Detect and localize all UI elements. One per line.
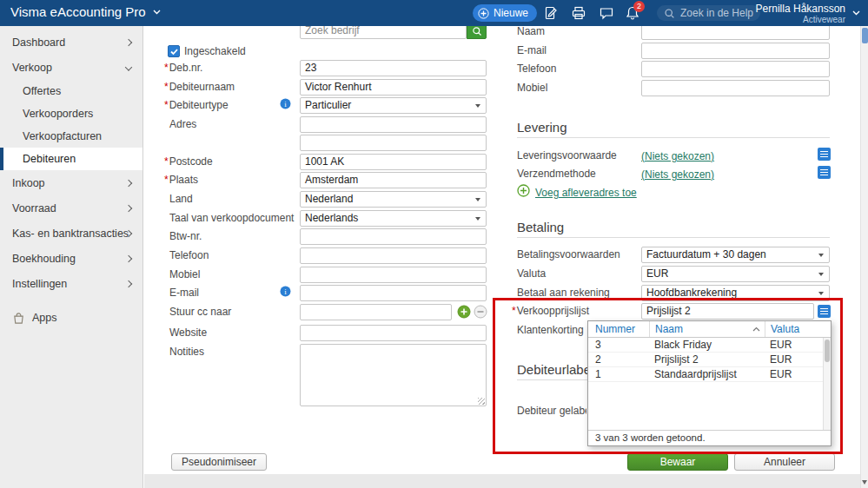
contact-mobiel-input[interactable] [641, 80, 830, 96]
adres-input-2[interactable] [300, 135, 487, 151]
cell-valuta: EUR [765, 339, 815, 351]
betalingsvoorwaarden-select[interactable]: Factuurdatum + 30 dagen [641, 247, 830, 263]
section-divider [517, 237, 830, 238]
pseudonymize-button[interactable]: Pseudonimiseer [171, 453, 267, 471]
verzendmethode-link[interactable]: (Niets gekozen) [641, 168, 714, 181]
bell-icon[interactable]: 2 [622, 4, 643, 22]
contact-email-input[interactable] [641, 43, 830, 59]
telefoon-input[interactable] [300, 247, 487, 264]
cancel-button[interactable]: Annuleer [734, 453, 835, 471]
contact-naam-label: Naam [517, 26, 545, 37]
add-circle-icon[interactable] [457, 305, 471, 319]
enabled-label: Ingeschakeld [184, 46, 246, 57]
debiteurnaam-label: *Debiteurnaam [164, 82, 235, 93]
scrollbar-thumb[interactable] [825, 340, 830, 362]
cc-input[interactable] [300, 304, 452, 320]
page-scrollbar[interactable] [860, 26, 868, 488]
sidebar-item-offertes[interactable]: Offertes [0, 80, 142, 102]
chevron-right-icon [125, 179, 132, 186]
mobiel-input[interactable] [300, 267, 487, 283]
app-title-menu[interactable]: Visma eAccounting Pro [10, 4, 161, 19]
cell-valuta: EUR [765, 353, 815, 366]
valuta-select[interactable]: EUR [641, 266, 830, 282]
lookup-list-icon[interactable] [818, 166, 831, 179]
taal-label: Taal van verkoopdocument [169, 213, 294, 224]
sidebar-item-debiteuren[interactable]: Debiteuren [0, 148, 142, 170]
plaats-input[interactable]: Amsterdam [300, 172, 487, 188]
dropdown-header-row: Nummer Naam Valuta [588, 321, 831, 338]
help-search-input[interactable]: Zoek in de Help [657, 5, 760, 21]
chevron-right-icon [125, 38, 132, 45]
land-select[interactable]: Nederland [300, 191, 487, 208]
email-input[interactable] [300, 285, 487, 301]
app-header: Visma eAccounting Pro Nieuwe 2 Zoek in d… [0, 0, 868, 26]
notities-label: Notities [169, 346, 204, 358]
leveringsvoorwaarde-link[interactable]: (Niets gekozen) [641, 150, 714, 162]
cell-nummer: 1 [588, 368, 649, 380]
new-document-icon[interactable] [540, 4, 561, 22]
contact-telefoon-label: Telefoon [517, 63, 556, 75]
remove-circle-icon[interactable] [474, 305, 487, 319]
dropdown-scrollbar[interactable] [823, 338, 831, 430]
chevron-down-icon [125, 63, 132, 70]
chevron-down-icon [818, 292, 824, 295]
resize-grip-icon[interactable] [478, 398, 485, 405]
sidebar-item-voorraad[interactable]: Voorraad [0, 195, 142, 221]
add-circle-icon[interactable] [517, 184, 530, 197]
app-title: Visma eAccounting Pro [10, 4, 146, 19]
search-icon [472, 26, 482, 36]
debiteurtype-select[interactable]: Particulier [300, 97, 487, 114]
printer-icon[interactable] [568, 4, 589, 22]
pricelist-option-row[interactable]: 2 Prijslijst 2 EUR [588, 353, 831, 367]
debnr-label: *Deb.nr. [164, 63, 202, 74]
info-icon[interactable]: i [280, 98, 291, 109]
scrollbar-thumb[interactable] [862, 28, 868, 43]
debiteurnaam-input[interactable]: Victor Renhurt [300, 79, 487, 96]
save-button[interactable]: Bewaar [627, 453, 728, 471]
debnr-input[interactable]: 23 [300, 60, 487, 76]
sidebar-item-instellingen[interactable]: Instellingen [0, 271, 142, 296]
sidebar-item-inkoop[interactable]: Inkoop [0, 170, 142, 195]
sidebar-item-verkooporders[interactable]: Verkooporders [0, 102, 142, 125]
sidebar-item-kas-en-banktransacties[interactable]: Kas- en banktransacties [0, 221, 142, 246]
column-header-nummer[interactable]: Nummer [588, 323, 649, 335]
user-menu[interactable]: Pernilla Håkansson Activewear [756, 3, 845, 24]
info-icon[interactable]: i [280, 286, 291, 297]
website-input[interactable] [300, 325, 487, 341]
postcode-input[interactable]: 1001 AK [300, 154, 487, 170]
klantenkorting-label: Klantenkorting [517, 325, 584, 336]
lookup-list-icon[interactable] [818, 305, 831, 318]
notities-textarea[interactable] [300, 344, 487, 406]
verkoopprijslijst-input[interactable]: Prijslijst 2 [641, 303, 814, 320]
column-header-valuta[interactable]: Valuta [765, 321, 815, 337]
taal-select[interactable]: Nederlands [300, 210, 487, 227]
sidebar-item-apps[interactable]: Apps [0, 307, 142, 329]
pricelist-option-row[interactable]: 1 Standaardprijslijst EUR [588, 367, 831, 382]
chevron-down-icon [818, 254, 824, 257]
enabled-checkbox[interactable] [168, 45, 180, 57]
chevron-down-icon [475, 104, 480, 108]
chat-icon[interactable] [596, 4, 617, 22]
land-label: Land [169, 194, 193, 205]
leveringsvoorwaarde-label: Leveringsvoorwaarde [517, 150, 617, 162]
adres-input-1[interactable] [300, 116, 487, 133]
add-delivery-address-link[interactable]: Voeg afleveradres toe [535, 187, 637, 199]
pricelist-option-row[interactable]: 3 Black Friday EUR [588, 338, 831, 353]
sidebar-item-boekhouding[interactable]: Boekhouding [0, 246, 142, 271]
new-button[interactable]: Nieuwe [473, 4, 537, 22]
user-name: Pernilla Håkansson [756, 3, 845, 15]
column-header-naam[interactable]: Naam [649, 321, 765, 337]
btw-input[interactable] [300, 228, 487, 245]
chevron-down-icon [818, 273, 824, 276]
scroll-down-arrow[interactable] [862, 480, 867, 485]
sidebar-item-verkoop[interactable]: Verkoop [0, 55, 142, 80]
lookup-list-icon[interactable] [818, 148, 831, 161]
contact-telefoon-input[interactable] [641, 61, 830, 77]
adres-label: Adres [169, 119, 196, 130]
content-footer-strip [144, 474, 860, 488]
sidebar-item-dashboard[interactable]: Dashboard [0, 30, 142, 55]
chevron-down-icon[interactable] [852, 10, 860, 16]
telefoon-label: Telefoon [169, 250, 209, 261]
sidebar-item-verkoopfacturen[interactable]: Verkoopfacturen [0, 125, 142, 148]
betaal-aan-rekening-select[interactable]: Hoofdbankrekening [641, 285, 830, 301]
